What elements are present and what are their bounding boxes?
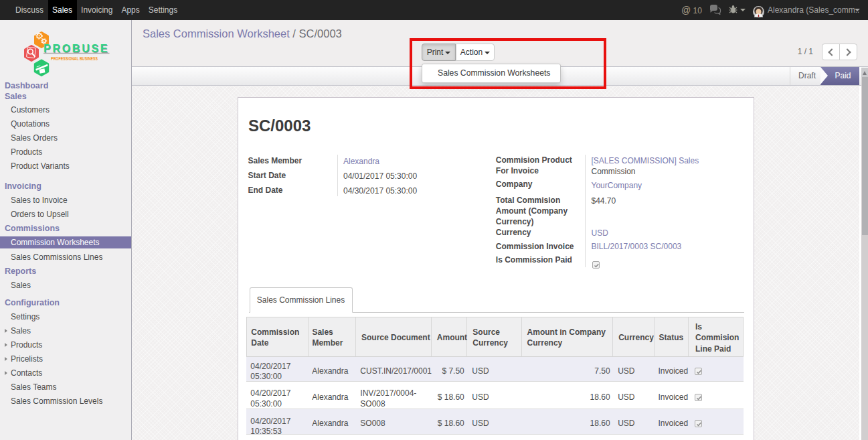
svg-text:PROFESSIONAL BUSINESS: PROFESSIONAL BUSINESS (51, 56, 98, 62)
svg-text:PROBUSE: PROBUSE (44, 43, 108, 54)
